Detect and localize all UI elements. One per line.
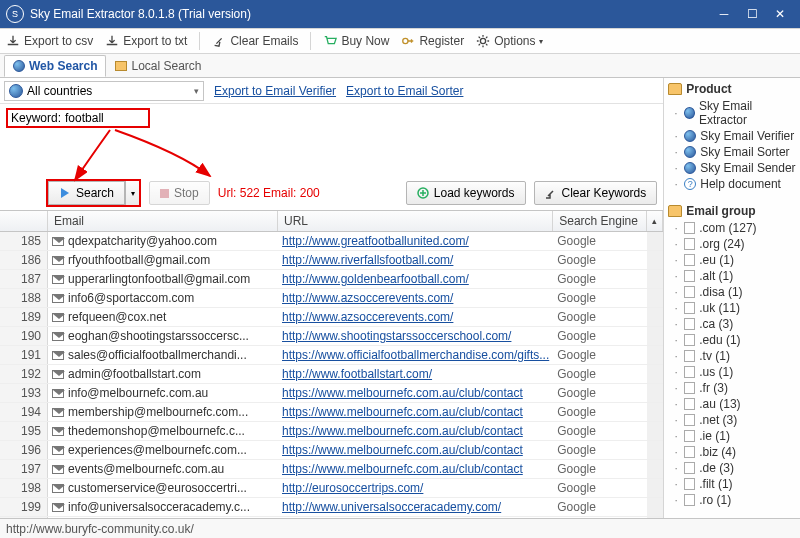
minimize-button[interactable]: ─: [710, 0, 738, 28]
table-row[interactable]: 188info6@sportaccom.comhttp://www.azsocc…: [0, 289, 663, 308]
keyword-input[interactable]: [65, 111, 145, 125]
row-url[interactable]: https://www.melbournefc.com.au/club/cont…: [278, 422, 553, 440]
product-item[interactable]: ·Sky Email Sorter: [672, 144, 796, 160]
scrollbar-gutter[interactable]: [647, 308, 663, 326]
export-verifier-link[interactable]: Export to Email Verifier: [214, 84, 336, 98]
scrollbar-gutter[interactable]: [647, 289, 663, 307]
register-button[interactable]: Register: [401, 34, 464, 48]
row-url[interactable]: https://www.melbournefc.com.au/club/cont…: [278, 384, 553, 402]
scrollbar-gutter[interactable]: [647, 327, 663, 345]
row-url[interactable]: http://www.azsoccerevents.com/: [278, 308, 553, 326]
options-button[interactable]: Options ▾: [476, 34, 543, 48]
email-group-item[interactable]: ·.filt (1): [672, 476, 796, 492]
product-item[interactable]: ·Sky Email Extractor: [672, 98, 796, 128]
scrollbar-gutter[interactable]: [647, 251, 663, 269]
close-button[interactable]: ✕: [766, 0, 794, 28]
email-group-item[interactable]: ·.eu (1): [672, 252, 796, 268]
col-number[interactable]: [0, 211, 48, 231]
row-url[interactable]: http://www.universalsocceracademy.com/: [278, 498, 553, 516]
buy-now-button[interactable]: Buy Now: [323, 34, 389, 48]
row-url[interactable]: http://eurosoccertrips.com/: [278, 479, 553, 497]
email-group-item[interactable]: ·.de (3): [672, 460, 796, 476]
chevron-down-icon: ▾: [539, 37, 543, 46]
row-url[interactable]: https://www.melbournefc.com.au/club/cont…: [278, 403, 553, 421]
row-url[interactable]: https://www.melbournefc.com.au/club/cont…: [278, 460, 553, 478]
table-row[interactable]: 190eoghan@shootingstarssoccersc...http:/…: [0, 327, 663, 346]
email-group-item[interactable]: ·.us (1): [672, 364, 796, 380]
email-group-item[interactable]: ·.fr (3): [672, 380, 796, 396]
col-email[interactable]: Email: [48, 211, 278, 231]
product-item[interactable]: ·?Help document: [672, 176, 796, 192]
load-keywords-button[interactable]: Load keywords: [406, 181, 526, 205]
grid-body[interactable]: 185qdexpatcharity@yahoo.comhttp://www.gr…: [0, 232, 663, 518]
row-url[interactable]: http://www.riverfallsfootball.com/: [278, 251, 553, 269]
email-group-item[interactable]: ·.ro (1): [672, 492, 796, 508]
scrollbar-gutter[interactable]: [647, 479, 663, 497]
email-group-item[interactable]: ·.uk (11): [672, 300, 796, 316]
bullet-icon: ·: [672, 161, 680, 175]
row-url[interactable]: https://www.officialfootballmerchandise.…: [278, 346, 553, 364]
stop-button[interactable]: Stop: [149, 181, 210, 205]
email-group-item[interactable]: ·.com (127): [672, 220, 796, 236]
email-group-item[interactable]: ·.au (13): [672, 396, 796, 412]
col-search-engine[interactable]: Search Engine: [553, 211, 647, 231]
row-url[interactable]: http://www.footballstart.com/: [278, 365, 553, 383]
row-number: 185: [0, 232, 48, 250]
table-row[interactable]: 198customerservice@eurosoccertri...http:…: [0, 479, 663, 498]
clear-emails-button[interactable]: Clear Emails: [212, 34, 298, 48]
email-group-item[interactable]: ·.ie (1): [672, 428, 796, 444]
scrollbar-gutter[interactable]: [647, 498, 663, 516]
email-group-item[interactable]: ·.org (24): [672, 236, 796, 252]
table-row[interactable]: 197events@melbournefc.com.auhttps://www.…: [0, 460, 663, 479]
row-url[interactable]: http://soccer4sparta.org/: [278, 517, 553, 518]
scrollbar-gutter[interactable]: [647, 460, 663, 478]
email-group-item[interactable]: ·.ca (3): [672, 316, 796, 332]
row-url[interactable]: http://www.shootingstarssoccerschool.com…: [278, 327, 553, 345]
product-item[interactable]: ·Sky Email Verifier: [672, 128, 796, 144]
scrollbar-gutter[interactable]: [647, 384, 663, 402]
table-row[interactable]: 191sales@officialfootballmerchandi...htt…: [0, 346, 663, 365]
maximize-button[interactable]: ☐: [738, 0, 766, 28]
clear-keywords-button[interactable]: Clear Keywords: [534, 181, 658, 205]
scrollbar-gutter[interactable]: [647, 270, 663, 288]
table-row[interactable]: 200impallari@gmail.comhttp://soccer4spar…: [0, 517, 663, 518]
scrollbar-gutter[interactable]: [647, 517, 663, 518]
table-row[interactable]: 187upperarlingtonfootball@gmail.comhttp:…: [0, 270, 663, 289]
scrollbar-gutter[interactable]: [647, 403, 663, 421]
table-row[interactable]: 194membership@melbournefc.com...https://…: [0, 403, 663, 422]
row-url[interactable]: http://www.azsoccerevents.com/: [278, 289, 553, 307]
email-group-item[interactable]: ·.alt (1): [672, 268, 796, 284]
table-row[interactable]: 189refqueen@cox.nethttp://www.azsoccerev…: [0, 308, 663, 327]
table-row[interactable]: 186rfyouthfootball@gmail.comhttp://www.r…: [0, 251, 663, 270]
product-item[interactable]: ·Sky Email Sender: [672, 160, 796, 176]
scrollbar-gutter[interactable]: [647, 346, 663, 364]
countries-dropdown[interactable]: All countries ▾: [4, 81, 204, 101]
table-row[interactable]: 199info@universalsocceracademy.c...http:…: [0, 498, 663, 517]
scrollbar-gutter[interactable]: [647, 422, 663, 440]
table-row[interactable]: 185qdexpatcharity@yahoo.comhttp://www.gr…: [0, 232, 663, 251]
tab-web-search[interactable]: Web Search: [4, 55, 106, 77]
mail-icon: [52, 484, 64, 493]
scrollbar-gutter[interactable]: [647, 365, 663, 383]
export-csv-button[interactable]: Export to csv: [6, 34, 93, 48]
scroll-up-icon[interactable]: ▴: [647, 211, 663, 231]
email-group-item[interactable]: ·.biz (4): [672, 444, 796, 460]
export-txt-button[interactable]: Export to txt: [105, 34, 187, 48]
email-group-item[interactable]: ·.edu (1): [672, 332, 796, 348]
table-row[interactable]: 192admin@footballstart.comhttp://www.foo…: [0, 365, 663, 384]
row-url[interactable]: https://www.melbournefc.com.au/club/cont…: [278, 441, 553, 459]
table-row[interactable]: 195thedemonshop@melbournefc.c...https://…: [0, 422, 663, 441]
scrollbar-gutter[interactable]: [647, 441, 663, 459]
scrollbar-gutter[interactable]: [647, 232, 663, 250]
email-group-item[interactable]: ·.net (3): [672, 412, 796, 428]
email-group-item[interactable]: ·.tv (1): [672, 348, 796, 364]
row-url[interactable]: http://www.greatfootballunited.com/: [278, 232, 553, 250]
table-row[interactable]: 196experiences@melbournefc.com...https:/…: [0, 441, 663, 460]
product-item-label: Help document: [700, 177, 781, 191]
col-url[interactable]: URL: [278, 211, 553, 231]
email-group-item[interactable]: ·.disa (1): [672, 284, 796, 300]
export-sorter-link[interactable]: Export to Email Sorter: [346, 84, 463, 98]
table-row[interactable]: 193info@melbournefc.com.auhttps://www.me…: [0, 384, 663, 403]
tab-local-search[interactable]: Local Search: [106, 55, 210, 77]
row-url[interactable]: http://www.goldenbearfootball.com/: [278, 270, 553, 288]
